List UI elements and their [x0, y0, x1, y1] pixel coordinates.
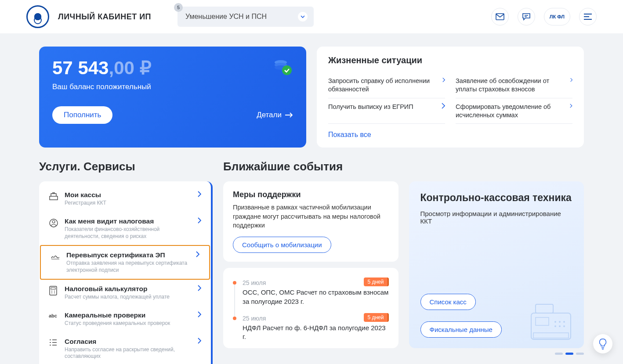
svg-point-19: [559, 321, 561, 323]
service-moi-kassy[interactable]: Мои кассыРегистрация ККТ: [39, 186, 211, 212]
situation-item[interactable]: Запросить справку об исполнении обязанно…: [328, 72, 445, 98]
svg-point-21: [554, 325, 556, 327]
days-badge: 5 дней: [364, 278, 388, 286]
situation-item[interactable]: Заявление об освобождении от уплаты стра…: [456, 72, 572, 98]
kkt-list-button[interactable]: Список касс: [420, 294, 476, 310]
service-nalogovyj-kalkulyator[interactable]: Налоговый калькуляторРасчет суммы налога…: [39, 280, 211, 306]
svg-point-18: [554, 321, 556, 323]
events-heading: Ближайшие события: [223, 160, 584, 173]
kkt-illustration: [522, 296, 580, 344]
chevron-right-icon: [198, 285, 201, 291]
situations-title: Жизненные ситуации: [328, 55, 572, 65]
dropdown-badge: 5: [174, 3, 183, 12]
arrow-right-icon: [285, 112, 293, 118]
measures-title: Меры поддержки: [233, 190, 389, 199]
measures-text: Призванные в рамках частичной мобилизаци…: [233, 203, 389, 230]
kkt-fiscal-button[interactable]: Фискальные данные: [420, 321, 502, 338]
svg-rect-24: [533, 333, 569, 338]
topup-button[interactable]: Пополнить: [52, 106, 112, 124]
service-kameralnye-proverki[interactable]: abc Камеральные проверкиСтатус проведени…: [39, 306, 211, 332]
svg-rect-17: [536, 317, 549, 325]
mobilization-button[interactable]: Сообщить о мобилизации: [233, 237, 331, 253]
svg-point-11: [54, 291, 55, 292]
mail-button[interactable]: [491, 8, 509, 25]
balance-amount: 57 543,00 ₽: [52, 58, 293, 78]
service-perevypusk-sertifikata[interactable]: Перевыпуск сертификата ЭПОтправка заявле…: [40, 245, 210, 280]
show-all-link[interactable]: Показать все: [328, 131, 371, 139]
header: ЛИЧНЫЙ КАБИНЕТ ИП 5 Уменьшение УСН и ПСН…: [0, 0, 623, 33]
situations-card: Жизненные ситуации Запросить справку об …: [317, 47, 584, 148]
svg-rect-9: [51, 288, 55, 289]
lightbulb-icon: [598, 338, 608, 350]
situation-item[interactable]: Получить выписку из ЕГРИП: [328, 98, 445, 124]
timeline-item[interactable]: 25 июля ОСС, ОПС, ОМС Расчет по страховы…: [233, 275, 389, 310]
event-text: ОСС, ОПС, ОМС Расчет по страховым взноса…: [243, 288, 389, 306]
chevron-right-icon: [196, 251, 199, 257]
dropdown-label: Уменьшение УСН и ПСН: [185, 13, 267, 20]
event-text: НДФЛ Расчет по ф. 6-НДФЛ за полугодие 20…: [243, 324, 389, 342]
chat-button[interactable]: [518, 8, 535, 25]
chevron-down-icon: [298, 12, 308, 22]
chat-icon: [522, 13, 531, 21]
cash-register-icon: [49, 192, 58, 202]
chevron-right-icon: [198, 311, 201, 317]
balance-card: 57 543,00 ₽ Ваш баланс положительный Поп…: [39, 47, 306, 148]
svg-point-12: [51, 292, 52, 293]
chevron-right-icon: [570, 77, 572, 83]
chevron-right-icon: [570, 103, 572, 109]
svg-point-7: [52, 220, 55, 223]
details-link[interactable]: Детали: [257, 111, 293, 119]
fns-logo: [26, 5, 49, 28]
carousel-pager: [409, 353, 584, 355]
abc-icon: abc: [49, 312, 58, 321]
coins-icon: [273, 56, 294, 79]
app-title: ЛИЧНЫЙ КАБИНЕТ ИП: [58, 12, 151, 22]
situation-item[interactable]: Сформировать уведомление об исчисленных …: [456, 98, 572, 124]
kkt-title: Контрольно-кассовая техника: [420, 192, 573, 204]
service-soglasiya[interactable]: СогласияНаправить согласие на раскрытие …: [39, 332, 211, 364]
timeline-dot: [233, 317, 236, 320]
chevron-right-icon: [442, 77, 445, 83]
services-card: Мои кассыРегистрация ККТ Как меня видит …: [39, 181, 213, 364]
menu-icon: [584, 14, 592, 20]
pager-dot[interactable]: [555, 353, 563, 355]
service-kak-vidit-nalogovaya[interactable]: Как меня видит налоговаяПоказатели финан…: [39, 212, 211, 245]
pager-dot[interactable]: [576, 353, 584, 355]
chevron-right-icon: [198, 338, 201, 344]
signature-icon: [51, 252, 60, 262]
list-icon: [49, 339, 58, 348]
svg-text:abc: abc: [49, 313, 57, 318]
person-icon: [49, 218, 58, 230]
help-button[interactable]: [593, 334, 612, 353]
measures-card: Меры поддержки Призванные в рамках части…: [223, 181, 398, 262]
lk-fl-button[interactable]: ЛК ФЛ: [544, 8, 570, 25]
kkt-text: Просмотр информации и администрирование …: [420, 210, 573, 274]
kkt-card: Контрольно-кассовая техника Просмотр инф…: [409, 181, 584, 348]
services-heading: Услуги. Сервисы: [39, 160, 213, 173]
timeline-dot: [233, 281, 236, 285]
pager-dot[interactable]: [565, 353, 573, 355]
svg-rect-16: [536, 304, 553, 313]
days-badge: 5 дней: [364, 313, 388, 322]
svg-point-4: [282, 65, 292, 75]
svg-rect-5: [50, 196, 58, 200]
timeline-item[interactable]: 25 июля НДФЛ Расчет по ф. 6-НДФЛ за полу…: [233, 310, 389, 346]
svg-point-22: [559, 325, 561, 327]
menu-button[interactable]: [579, 8, 597, 25]
chevron-right-icon: [442, 103, 445, 109]
calculator-icon: [49, 286, 58, 297]
chevron-right-icon: [198, 217, 201, 223]
svg-point-20: [563, 321, 565, 323]
svg-point-23: [563, 325, 565, 327]
top-dropdown[interactable]: 5 Уменьшение УСН и ПСН: [177, 7, 314, 27]
timeline-card: 25 июля ОСС, ОПС, ОМС Расчет по страховы…: [223, 268, 398, 348]
mail-icon: [496, 13, 504, 20]
svg-point-10: [51, 291, 52, 292]
balance-status: Ваш баланс положительный: [52, 83, 293, 91]
svg-point-13: [54, 292, 55, 293]
chevron-right-icon: [198, 191, 201, 197]
